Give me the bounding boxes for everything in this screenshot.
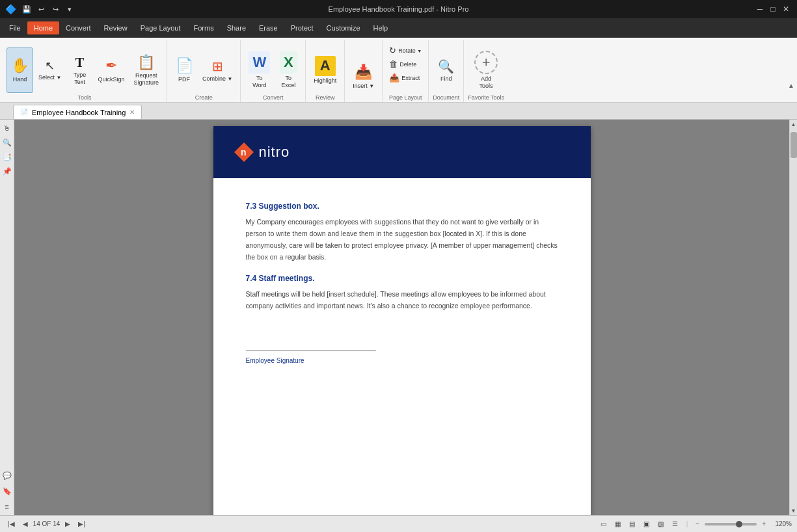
scroll-up-btn[interactable]: ▲ <box>790 120 798 129</box>
hand-btn[interactable]: ✋ Hand <box>7 47 33 93</box>
tab-close-btn[interactable]: ✕ <box>129 109 135 116</box>
sidebar-bookmark-icon[interactable]: 📌 <box>1 165 13 177</box>
sidebar-pages-icon[interactable]: 📑 <box>1 151 13 163</box>
pdf-body: 7.3 Suggestion box. My Company encourage… <box>213 178 591 380</box>
page-layout-label: Page Layout <box>389 93 422 102</box>
ribbon-group-create: 📄 PDF ⊞ Combine ▼ Create <box>167 40 241 102</box>
pdf-header-banner: n nitro <box>213 126 591 178</box>
request-sig-btn[interactable]: 📋 RequestSignature <box>129 47 163 93</box>
menu-help[interactable]: Help <box>367 21 395 34</box>
zoom-slider[interactable] <box>705 523 757 525</box>
sidebar-thumbnail-icon[interactable]: 🖱 <box>1 122 13 134</box>
left-sidebar: 🖱 🔍 📑 📌 💬 🔖 ≡ <box>0 120 14 515</box>
two-page-btn[interactable]: ▦ <box>612 518 624 530</box>
quick-access-toolbar: 💾 ↩ ↪ ▾ <box>20 3 76 15</box>
nitro-logo-icon: n <box>233 141 255 163</box>
fullscreen-btn[interactable]: ▧ <box>655 518 667 530</box>
document-label: Document <box>433 93 459 102</box>
page-info: 14 OF 14 <box>33 520 61 527</box>
section-74-body: Staff meetings will be held [insert sche… <box>246 289 558 312</box>
ribbon-group-favorite: + AddTools Favorite Tools <box>464 40 508 102</box>
menu-home[interactable]: Home <box>27 21 59 34</box>
insert-icon: 📥 <box>355 64 372 81</box>
pin-qa-btn[interactable]: ▾ <box>63 3 76 15</box>
quicksign-icon: ✒ <box>105 57 117 74</box>
menu-erase[interactable]: Erase <box>252 21 284 34</box>
ribbon-group-tools: ✋ Hand ↖ Select ▼ T TypeText ✒ QuickSign… <box>3 40 167 102</box>
convert-label: Convert <box>263 93 284 102</box>
delete-btn[interactable]: 🗑 Delete <box>386 58 424 70</box>
select-btn[interactable]: ↖ Select ▼ <box>34 47 65 93</box>
extract-icon: 📤 <box>389 73 399 83</box>
reading-btn[interactable]: ☰ <box>669 518 681 530</box>
type-text-icon: T <box>75 55 84 70</box>
add-tools-icon: + <box>474 51 498 74</box>
pdf-btn[interactable]: 📄 PDF <box>171 47 197 93</box>
menu-convert[interactable]: Convert <box>59 21 98 34</box>
minimize-btn[interactable]: ─ <box>754 3 766 15</box>
close-btn[interactable]: ✕ <box>780 3 792 15</box>
zoom-out-btn[interactable]: − <box>693 519 702 529</box>
quicksign-btn[interactable]: ✒ QuickSign <box>94 47 128 93</box>
window-controls: ─ □ ✕ <box>754 3 792 15</box>
to-word-btn[interactable]: W ToWord <box>245 47 274 93</box>
save-qa-btn[interactable]: 💾 <box>20 3 33 15</box>
ribbon-group-pagelayout: ↻ Rotate ▼ 🗑 Delete 📤 Extract Page Layou… <box>383 40 429 102</box>
sidebar-stamp-icon[interactable]: 🔖 <box>1 485 13 497</box>
scroll-down-btn[interactable]: ▼ <box>790 506 798 515</box>
request-sig-icon: 📋 <box>137 54 155 71</box>
add-tools-btn[interactable]: + AddTools <box>470 47 502 93</box>
next-page-btn[interactable]: ▶ <box>62 519 73 529</box>
scroll-view-btn[interactable]: ▤ <box>627 518 638 530</box>
extract-btn[interactable]: 📤 Extract <box>386 72 424 84</box>
ribbon-group-document: 🔍 Find Document <box>429 40 464 102</box>
menu-protect[interactable]: Protect <box>284 21 320 34</box>
menu-customize[interactable]: Customize <box>320 21 367 34</box>
tab-label: Employee Handbook Training <box>32 109 126 116</box>
scroll-thumb[interactable] <box>790 132 797 158</box>
last-page-btn[interactable]: ▶| <box>75 519 88 529</box>
document-tab[interactable]: 📄 Employee Handbook Training ✕ <box>13 105 142 119</box>
favorite-tools-label: Favorite Tools <box>468 93 504 102</box>
delete-icon: 🗑 <box>389 59 398 69</box>
pdf-viewer[interactable]: n nitro 7.3 Suggestion box. My Company e… <box>14 120 789 515</box>
first-page-btn[interactable]: |◀ <box>5 519 18 529</box>
title-bar: 🔷 💾 ↩ ↪ ▾ Employee Handbook Training.pdf… <box>0 0 797 18</box>
hand-icon: ✋ <box>11 57 29 74</box>
single-page-btn[interactable]: ▭ <box>598 518 610 530</box>
combine-icon: ⊞ <box>212 59 223 74</box>
menu-share[interactable]: Share <box>221 21 252 34</box>
window-title: Employee Handbook Training.pdf - Nitro P… <box>329 5 469 13</box>
insert-btn[interactable]: 📥 Insert ▼ <box>349 54 378 100</box>
menu-review[interactable]: Review <box>98 21 134 34</box>
highlight-icon: A <box>315 56 336 75</box>
menu-forms[interactable]: Forms <box>187 21 220 34</box>
right-scrollbar[interactable]: ▲ ▼ <box>789 120 797 515</box>
combine-btn[interactable]: ⊞ Combine ▼ <box>198 47 236 93</box>
rotate-btn[interactable]: ↻ Rotate ▼ <box>386 44 424 57</box>
maximize-btn[interactable]: □ <box>767 3 779 15</box>
separator: | <box>686 520 688 527</box>
undo-qa-btn[interactable]: ↩ <box>34 3 47 15</box>
sidebar-search-icon[interactable]: 🔍 <box>1 137 13 148</box>
sidebar-comment-icon[interactable]: 💬 <box>1 470 13 481</box>
status-bar: |◀ ◀ 14 OF 14 ▶ ▶| ▭ ▦ ▤ ▣ ▧ ☰ | − + 120… <box>0 515 797 532</box>
signature-label: Employee Signature <box>246 357 304 364</box>
ribbon-collapse-btn[interactable]: ▲ <box>788 82 794 89</box>
to-excel-btn[interactable]: X ToExcel <box>275 47 301 93</box>
prev-page-btn[interactable]: ◀ <box>20 519 31 529</box>
find-btn[interactable]: 🔍 Find <box>433 47 459 93</box>
ribbon-group-review: A Highlight Review <box>306 40 345 102</box>
redo-qa-btn[interactable]: ↪ <box>49 3 62 15</box>
tools-label: Tools <box>77 93 91 102</box>
facing-btn[interactable]: ▣ <box>641 518 653 530</box>
pdf-page: n nitro 7.3 Suggestion box. My Company e… <box>213 126 591 515</box>
type-text-btn[interactable]: T TypeText <box>66 47 92 93</box>
highlight-btn[interactable]: A Highlight <box>310 47 340 93</box>
scroll-track[interactable] <box>790 129 797 506</box>
sidebar-menu-icon[interactable]: ≡ <box>1 501 13 512</box>
svg-text:n: n <box>241 147 247 157</box>
zoom-in-btn[interactable]: + <box>759 519 768 529</box>
menu-pagelayout[interactable]: Page Layout <box>134 21 187 34</box>
menu-file[interactable]: File <box>3 21 27 34</box>
